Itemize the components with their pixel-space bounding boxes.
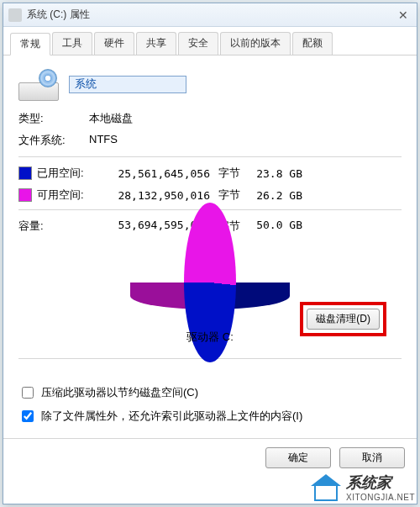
drive-icon-small <box>8 8 22 22</box>
cancel-button[interactable]: 取消 <box>339 447 405 468</box>
used-bytes: 25,561,645,056 <box>97 167 215 180</box>
house-icon <box>311 474 341 501</box>
free-label: 可用空间: <box>37 187 97 203</box>
watermark-brand: 系统家 <box>346 473 415 493</box>
properties-dialog: 系统 (C:) 属性 ✕ 常规 工具 硬件 共享 安全 以前的版本 配额 类型:… <box>3 3 417 504</box>
tab-general[interactable]: 常规 <box>10 33 50 55</box>
used-swatch-icon <box>18 166 32 180</box>
watermark: 系统家 XITONGJIA.NET <box>311 473 415 502</box>
index-checkbox-row[interactable]: 除了文件属性外，还允许索引此驱动器上文件的内容(I) <box>18 408 402 425</box>
tab-quota[interactable]: 配额 <box>292 32 333 55</box>
index-label: 除了文件属性外，还允许索引此驱动器上文件的内容(I) <box>41 409 302 424</box>
cleanup-highlight: 磁盘清理(D) <box>300 302 386 336</box>
compress-checkbox-row[interactable]: 压缩此驱动器以节约磁盘空间(C) <box>18 384 402 401</box>
usage-pie-chart <box>130 256 290 322</box>
compress-label: 压缩此驱动器以节约磁盘空间(C) <box>41 385 198 400</box>
free-bytes: 28,132,950,016 <box>97 189 215 202</box>
type-value: 本地磁盘 <box>89 111 402 126</box>
used-unit: 字节 <box>215 166 249 181</box>
drive-icon <box>18 67 59 101</box>
capacity-gb: 50.0 GB <box>249 219 307 234</box>
tab-sharing[interactable]: 共享 <box>136 32 176 55</box>
close-icon[interactable]: ✕ <box>395 8 412 22</box>
tabstrip: 常规 工具 硬件 共享 安全 以前的版本 配额 <box>3 27 417 55</box>
watermark-url: XITONGJIA.NET <box>346 493 415 502</box>
compress-checkbox[interactable] <box>22 387 34 399</box>
dialog-footer: 确定 取消 <box>3 438 417 477</box>
fs-label: 文件系统: <box>18 133 89 148</box>
drive-name-input[interactable] <box>69 76 186 93</box>
tab-tools[interactable]: 工具 <box>52 32 92 55</box>
used-gb: 23.8 GB <box>249 167 307 180</box>
used-label: 已用空间: <box>37 166 97 181</box>
general-panel: 类型: 本地磁盘 文件系统: NTFS 已用空间: 25,561,645,056… <box>3 55 417 438</box>
tab-hardware[interactable]: 硬件 <box>94 32 134 55</box>
divider <box>18 156 402 157</box>
ok-button[interactable]: 确定 <box>265 447 331 468</box>
free-unit: 字节 <box>215 187 249 203</box>
free-gb: 26.2 GB <box>249 189 307 202</box>
disk-cleanup-button[interactable]: 磁盘清理(D) <box>307 309 380 330</box>
index-checkbox[interactable] <box>22 410 34 422</box>
window-title: 系统 (C:) 属性 <box>27 8 395 22</box>
tab-security[interactable]: 安全 <box>178 32 218 55</box>
type-label: 类型: <box>18 111 89 126</box>
titlebar[interactable]: 系统 (C:) 属性 ✕ <box>3 3 417 27</box>
capacity-label: 容量: <box>18 219 97 234</box>
tab-previous[interactable]: 以前的版本 <box>220 32 291 55</box>
fs-value: NTFS <box>89 133 402 148</box>
free-swatch-icon <box>18 188 32 202</box>
